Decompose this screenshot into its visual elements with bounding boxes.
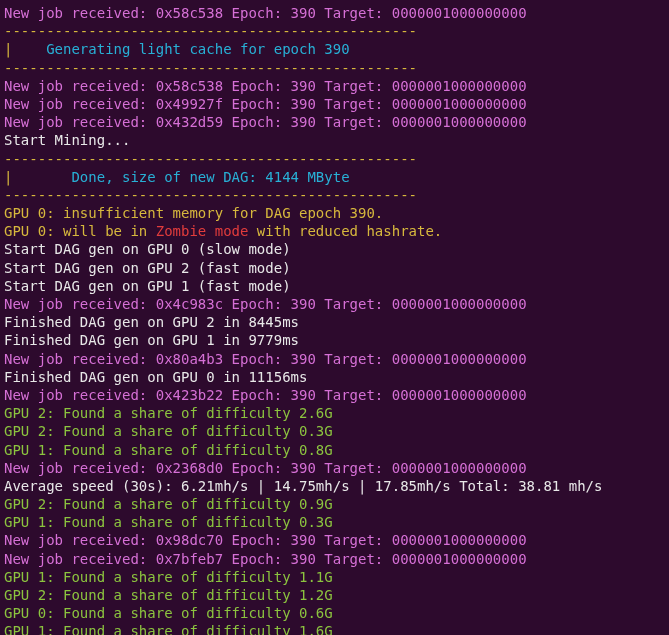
terminal-text-segment: GPU 2: Found a share of difficulty 0.9G: [4, 496, 333, 512]
terminal-text-segment: ----------------------------------------…: [4, 60, 417, 76]
terminal-text-segment: New job received: 0x80a4b3 Epoch: 390 Ta…: [4, 351, 527, 367]
terminal-text-segment: Start DAG gen on GPU 2 (fast mode): [4, 260, 291, 276]
terminal-line: Start DAG gen on GPU 0 (slow mode): [0, 240, 669, 258]
terminal-line: GPU 2: Found a share of difficulty 2.6G: [0, 404, 669, 422]
terminal-text-segment: ----------------------------------------…: [4, 151, 417, 167]
terminal-text-segment: New job received: 0x58c538 Epoch: 390 Ta…: [4, 5, 527, 21]
terminal-line: New job received: 0x49927f Epoch: 390 Ta…: [0, 95, 669, 113]
terminal-text-segment: New job received: 0x7bfeb7 Epoch: 390 Ta…: [4, 551, 527, 567]
terminal-line: Average speed (30s): 6.21mh/s | 14.75mh/…: [0, 477, 669, 495]
terminal-text-segment: Start DAG gen on GPU 0 (slow mode): [4, 241, 291, 257]
terminal-line: GPU 1: Found a share of difficulty 0.8G: [0, 441, 669, 459]
terminal-text-segment: New job received: 0x4c983c Epoch: 390 Ta…: [4, 296, 527, 312]
terminal-text-segment: Done, size of new DAG: 4144 MByte: [12, 169, 349, 185]
terminal-text-segment: GPU 0: will be in: [4, 223, 156, 239]
terminal-line: GPU 0: will be in Zombie mode with reduc…: [0, 222, 669, 240]
terminal-text-segment: New job received: 0x98dc70 Epoch: 390 Ta…: [4, 532, 527, 548]
terminal-line: New job received: 0x58c538 Epoch: 390 Ta…: [0, 77, 669, 95]
terminal-line: New job received: 0x4c983c Epoch: 390 Ta…: [0, 295, 669, 313]
terminal-text-segment: New job received: 0x432d59 Epoch: 390 Ta…: [4, 114, 527, 130]
terminal-line: GPU 2: Found a share of difficulty 0.3G: [0, 422, 669, 440]
terminal-text-segment: Zombie mode: [156, 223, 249, 239]
terminal-line: New job received: 0x7bfeb7 Epoch: 390 Ta…: [0, 550, 669, 568]
terminal-output: New job received: 0x58c538 Epoch: 390 Ta…: [0, 4, 669, 635]
terminal-line: GPU 0: insufficient memory for DAG epoch…: [0, 204, 669, 222]
terminal-text-segment: GPU 1: Found a share of difficulty 1.1G: [4, 569, 333, 585]
terminal-text-segment: Start DAG gen on GPU 1 (fast mode): [4, 278, 291, 294]
terminal-line: GPU 0: Found a share of difficulty 0.6G: [0, 604, 669, 622]
terminal-text-segment: GPU 2: Found a share of difficulty 2.6G: [4, 405, 333, 421]
terminal-line: ----------------------------------------…: [0, 150, 669, 168]
terminal-text-segment: New job received: 0x423b22 Epoch: 390 Ta…: [4, 387, 527, 403]
terminal-text-segment: New job received: 0x58c538 Epoch: 390 Ta…: [4, 78, 527, 94]
terminal-line: | Generating light cache for epoch 390: [0, 40, 669, 58]
terminal-line: New job received: 0x423b22 Epoch: 390 Ta…: [0, 386, 669, 404]
terminal-line: ----------------------------------------…: [0, 186, 669, 204]
terminal-line: New job received: 0x2368d0 Epoch: 390 Ta…: [0, 459, 669, 477]
terminal-text-segment: GPU 0: insufficient memory for DAG epoch…: [4, 205, 383, 221]
terminal-line: New job received: 0x80a4b3 Epoch: 390 Ta…: [0, 350, 669, 368]
terminal-text-segment: Average speed (30s): 6.21mh/s | 14.75mh/…: [4, 478, 602, 494]
terminal-line: Start DAG gen on GPU 1 (fast mode): [0, 277, 669, 295]
terminal-text-segment: Generating light cache for epoch 390: [12, 41, 349, 57]
terminal-text-segment: GPU 1: Found a share of difficulty 1.6G: [4, 623, 333, 635]
terminal-line: Finished DAG gen on GPU 0 in 11156ms: [0, 368, 669, 386]
terminal-text-segment: Start Mining...: [4, 132, 130, 148]
terminal-text-segment: GPU 0: Found a share of difficulty 0.6G: [4, 605, 333, 621]
terminal-text-segment: Finished DAG gen on GPU 0 in 11156ms: [4, 369, 307, 385]
terminal-text-segment: Finished DAG gen on GPU 1 in 9779ms: [4, 332, 299, 348]
terminal-line: Start Mining...: [0, 131, 669, 149]
terminal-line: New job received: 0x98dc70 Epoch: 390 Ta…: [0, 531, 669, 549]
terminal-text-segment: GPU 1: Found a share of difficulty 0.8G: [4, 442, 333, 458]
terminal-text-segment: with reduced hashrate.: [248, 223, 442, 239]
terminal-text-segment: GPU 1: Found a share of difficulty 0.3G: [4, 514, 333, 530]
terminal-line: ----------------------------------------…: [0, 59, 669, 77]
terminal-line: GPU 2: Found a share of difficulty 0.9G: [0, 495, 669, 513]
terminal-text-segment: GPU 2: Found a share of difficulty 1.2G: [4, 587, 333, 603]
terminal-line: New job received: 0x58c538 Epoch: 390 Ta…: [0, 4, 669, 22]
terminal-line: | Done, size of new DAG: 4144 MByte: [0, 168, 669, 186]
terminal-line: ----------------------------------------…: [0, 22, 669, 40]
terminal-text-segment: GPU 2: Found a share of difficulty 0.3G: [4, 423, 333, 439]
terminal-line: Finished DAG gen on GPU 2 in 8445ms: [0, 313, 669, 331]
terminal-text-segment: New job received: 0x49927f Epoch: 390 Ta…: [4, 96, 527, 112]
terminal-text-segment: Finished DAG gen on GPU 2 in 8445ms: [4, 314, 299, 330]
terminal-text-segment: ----------------------------------------…: [4, 23, 417, 39]
terminal-line: Start DAG gen on GPU 2 (fast mode): [0, 259, 669, 277]
terminal-line: GPU 1: Found a share of difficulty 1.1G: [0, 568, 669, 586]
terminal-line: New job received: 0x432d59 Epoch: 390 Ta…: [0, 113, 669, 131]
terminal-line: GPU 2: Found a share of difficulty 1.2G: [0, 586, 669, 604]
terminal-text-segment: ----------------------------------------…: [4, 187, 417, 203]
terminal-line: Finished DAG gen on GPU 1 in 9779ms: [0, 331, 669, 349]
terminal-line: GPU 1: Found a share of difficulty 1.6G: [0, 622, 669, 635]
terminal-text-segment: New job received: 0x2368d0 Epoch: 390 Ta…: [4, 460, 527, 476]
terminal-line: GPU 1: Found a share of difficulty 0.3G: [0, 513, 669, 531]
